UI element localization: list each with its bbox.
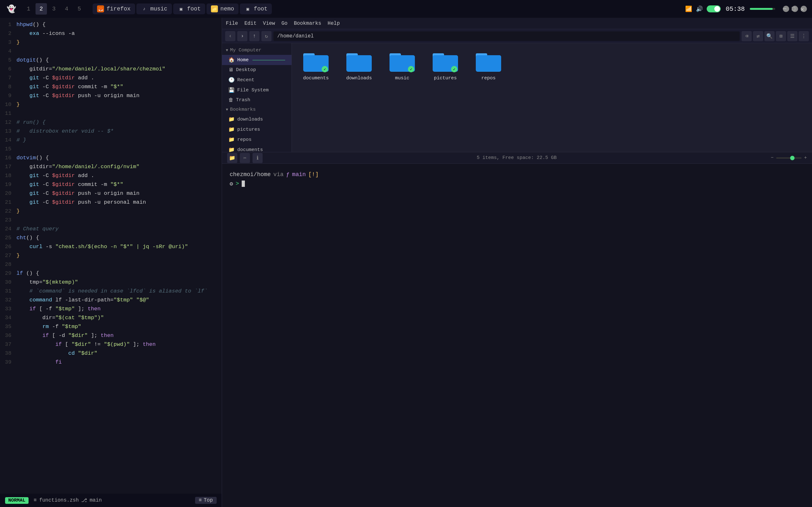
svg-rect-14 (476, 55, 501, 71)
close-button[interactable]: ✕ (801, 6, 807, 12)
zoom-plus-icon: + (804, 155, 807, 161)
sidebar-item-documents[interactable]: 📁 documents (222, 145, 292, 152)
delete-button[interactable]: ⌫ (742, 31, 752, 41)
folder-music[interactable]: ✓ music (383, 48, 421, 83)
ghost-icon[interactable]: 👻 (5, 3, 18, 15)
app-label-foot1: foot (187, 6, 201, 12)
list-view-button[interactable]: ☰ (787, 31, 797, 41)
sidebar-item-pictures[interactable]: 📁 pictures (222, 124, 292, 134)
slider-track[interactable] (776, 157, 802, 159)
sidebar-item-label: Recent (237, 77, 254, 83)
grid-view-button[interactable]: ⊞ (776, 31, 786, 41)
taskbar-right: 📶 🔊 05:38 ─ □ ✕ (685, 5, 807, 13)
nav-up-button[interactable]: ↑ (249, 31, 259, 41)
editor-statusbar: NORMAL ≡ functions.zsh ⎇ main ≡ Top (0, 494, 222, 507)
my-computer-label: My Computer (230, 48, 261, 53)
workspace-1[interactable]: 1 (23, 3, 34, 15)
fm-zoom-slider[interactable]: − + (771, 155, 807, 161)
folder-downloads[interactable]: downloads (340, 48, 378, 83)
menu-view[interactable]: View (263, 21, 275, 26)
bookmarks-section[interactable]: ▼ Bookmarks (222, 105, 292, 114)
taskbar: 👻 1 2 3 4 5 🦊 firefox ♪ music ▣ foot 📁 (0, 0, 812, 18)
fm-new-folder-button[interactable]: 📁 (227, 153, 237, 163)
minimize-button[interactable]: ─ (783, 6, 789, 12)
code-line: 6 gitdir="/home/daniel/.local/share/chez… (0, 65, 222, 74)
address-bar[interactable]: /home/daniel (273, 32, 740, 41)
statusbar-right: ≡ Top (195, 497, 216, 504)
fm-toolbar: ‹ › ↑ ↻ /home/daniel ⌫ ⇄ 🔍 ⊞ ☰ ⋮ (222, 29, 812, 43)
sidebar-item-desktop[interactable]: 🖥 Desktop (222, 65, 292, 75)
menu-file[interactable]: File (226, 21, 238, 26)
toggle-view-button[interactable]: ⇄ (753, 31, 763, 41)
chevron-down-icon: ▼ (226, 48, 228, 53)
code-line: 1 hhpwd() { (0, 20, 222, 29)
taskbar-apps: 🦊 firefox ♪ music ▣ foot 📁 nemo ▣ foot (92, 3, 272, 14)
folder-documents[interactable]: ✓ documents (297, 48, 335, 83)
workspace-3[interactable]: 3 (48, 3, 60, 15)
code-editor: 1 hhpwd() { 2 exa --icons -a 3 } 4 5 dot… (0, 18, 222, 507)
taskbar-app-music[interactable]: ♪ music (136, 3, 172, 14)
code-line: 39 fi (0, 358, 222, 367)
workspace-5[interactable]: 5 (74, 3, 85, 15)
code-line: 38 cd "$dir" (0, 349, 222, 358)
folder-repos[interactable]: repos (470, 48, 507, 83)
app-label-music: music (150, 6, 168, 12)
statusbar-mid: ≡ functions.zsh ⎇ main (34, 497, 102, 504)
clock: 05:38 (726, 5, 745, 13)
sidebar-item-home[interactable]: 🏠 Home (222, 55, 292, 65)
battery-bar (750, 8, 775, 10)
maximize-button[interactable]: □ (792, 6, 798, 12)
folder-name-documents: documents (303, 75, 329, 81)
app-label-firefox: firefox (107, 6, 131, 12)
fm-cut-button[interactable]: ✂ (240, 153, 250, 163)
term-branch-symbol: ƒ (286, 171, 290, 178)
term-prompt-line: chezmoi/home via ƒ main [!] (230, 171, 804, 178)
code-line: 24 # Cheat query (0, 225, 222, 233)
workspace-2[interactable]: 2 (36, 3, 47, 15)
taskbar-app-foot1[interactable]: ▣ foot (173, 3, 205, 14)
sidebar-item-recent[interactable]: 🕐 Recent (222, 75, 292, 85)
svg-rect-5 (347, 55, 372, 71)
fm-properties-button[interactable]: ℹ (252, 153, 263, 163)
sidebar-item-label: Trash (236, 97, 250, 103)
toggle-switch[interactable] (707, 5, 721, 12)
taskbar-app-foot2[interactable]: ▣ foot (240, 3, 272, 14)
menu-help[interactable]: Help (328, 21, 340, 26)
editor-content[interactable]: 1 hhpwd() { 2 exa --icons -a 3 } 4 5 dot… (0, 18, 222, 494)
code-line: 20 git -C $gitdir push -u origin main (0, 189, 222, 198)
folder-icon: 📁 (228, 136, 235, 143)
terminal[interactable]: chezmoi/home via ƒ main [!] ⚙ > (222, 164, 812, 507)
term-via: via (273, 171, 284, 178)
folder-icon: 📁 (228, 126, 235, 133)
code-line: 26 curl -s "cheat.sh/$(echo -n "$*" | jq… (0, 242, 222, 251)
sidebar-item-downloads[interactable]: 📁 downloads (222, 114, 292, 124)
code-line: 21 git -C $gitdir push -u personal main (0, 198, 222, 207)
fm-sidebar: ▼ My Computer 🏠 Home 🖥 Desktop 🕐 R (222, 43, 292, 152)
music-icon: ♪ (141, 5, 148, 12)
top-label: Top (204, 498, 213, 503)
nav-refresh-button[interactable]: ↻ (261, 31, 271, 41)
top-badge[interactable]: ≡ Top (195, 497, 216, 504)
more-options-button[interactable]: ⋮ (799, 31, 809, 41)
taskbar-app-nemo[interactable]: 📁 nemo (206, 3, 239, 14)
search-button[interactable]: 🔍 (764, 31, 774, 41)
nav-back-button[interactable]: ‹ (225, 31, 235, 41)
sidebar-item-repos[interactable]: 📁 repos (222, 134, 292, 145)
workspace-4[interactable]: 4 (61, 3, 72, 15)
gear-icon: ⚙ (230, 180, 233, 187)
code-line: 31 # `command` is needed in case `lfcd` … (0, 287, 222, 296)
menu-go[interactable]: Go (282, 21, 288, 26)
menu-edit[interactable]: Edit (244, 21, 256, 26)
sidebar-item-label: pictures (237, 127, 260, 132)
my-computer-section[interactable]: ▼ My Computer (222, 46, 292, 55)
sidebar-item-label: documents (237, 147, 263, 152)
taskbar-app-firefox[interactable]: 🦊 firefox (92, 3, 135, 14)
folder-icon-wrap: ✓ (389, 51, 415, 73)
sidebar-item-filesystem[interactable]: 💾 File System (222, 85, 292, 95)
code-line: 4 (0, 47, 222, 56)
right-panel: File Edit View Go Bookmarks Help ‹ › ↑ ↻… (222, 18, 812, 507)
folder-pictures[interactable]: ✓ pictures (426, 48, 464, 83)
menu-bookmarks[interactable]: Bookmarks (294, 21, 321, 26)
sidebar-item-trash[interactable]: 🗑 Trash (222, 95, 292, 105)
nav-forward-button[interactable]: › (237, 31, 247, 41)
